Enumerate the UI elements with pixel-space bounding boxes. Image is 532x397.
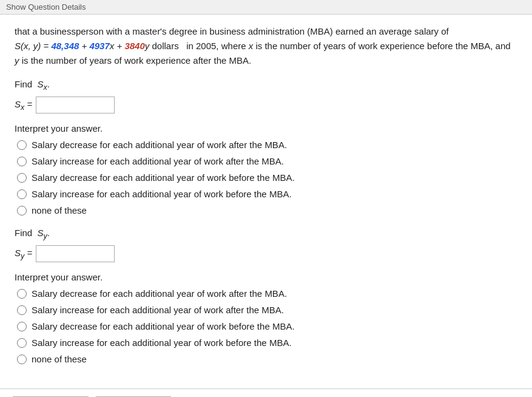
sy-radio-1[interactable] xyxy=(17,289,27,299)
sx-radio-group: Salary decrease for each additional year… xyxy=(17,140,517,215)
intro-text: that a businessperson with a master's de… xyxy=(15,24,517,68)
top-bar[interactable]: Show Question Details xyxy=(0,0,532,15)
sx-radio-3[interactable] xyxy=(17,173,27,183)
sx-option-1[interactable]: Salary decrease for each additional year… xyxy=(17,140,517,150)
sx-radio-2[interactable] xyxy=(17,157,27,166)
sy-input-label: Sy = xyxy=(15,248,32,260)
sx-input[interactable] xyxy=(36,97,115,114)
find-sx-label: Find Sx. xyxy=(15,79,517,92)
section-sx: Find Sx. Sx = Interpret your answer. Sal… xyxy=(15,79,517,215)
sx-option-3[interactable]: Salary decrease for each additional year… xyxy=(17,172,517,183)
interpret-sy-title: Interpret your answer. xyxy=(15,272,517,282)
sx-radio-5[interactable] xyxy=(17,206,27,215)
sy-option-5[interactable]: none of these xyxy=(17,354,517,364)
sx-option-4[interactable]: Salary increase for each additional year… xyxy=(17,189,517,199)
sy-option-2[interactable]: Salary increase for each additional year… xyxy=(17,305,517,315)
find-sy-label: Find Sy. xyxy=(15,228,517,240)
sx-option-2[interactable]: Salary increase for each additional year… xyxy=(17,156,517,166)
sx-option-5[interactable]: none of these xyxy=(17,205,517,215)
sx-radio-1[interactable] xyxy=(17,140,27,150)
sy-radio-2[interactable] xyxy=(17,305,27,315)
sx-subscript: x xyxy=(44,83,47,92)
sx-input-label: Sx = xyxy=(15,99,32,112)
sy-option-3[interactable]: Salary decrease for each additional year… xyxy=(17,321,517,331)
sy-option-4[interactable]: Salary increase for each additional year… xyxy=(17,338,517,348)
interpret-sx-title: Interpret your answer. xyxy=(15,123,517,134)
sy-radio-3[interactable] xyxy=(17,322,27,331)
section-sy: Find Sy. Sy = Interpret your answer. Sal… xyxy=(15,228,517,364)
sy-radio-group: Salary decrease for each additional year… xyxy=(17,288,517,364)
sy-radio-5[interactable] xyxy=(17,355,27,364)
sy-option-1[interactable]: Salary decrease for each additional year… xyxy=(17,288,517,299)
sy-subscript: y xyxy=(44,232,47,240)
show-question-details-link[interactable]: Show Question Details xyxy=(6,2,86,12)
sy-input[interactable] xyxy=(36,245,115,262)
sx-radio-4[interactable] xyxy=(17,189,27,199)
footer-bar: Submit Answer Save Progress xyxy=(0,389,532,397)
sy-radio-4[interactable] xyxy=(17,338,27,348)
